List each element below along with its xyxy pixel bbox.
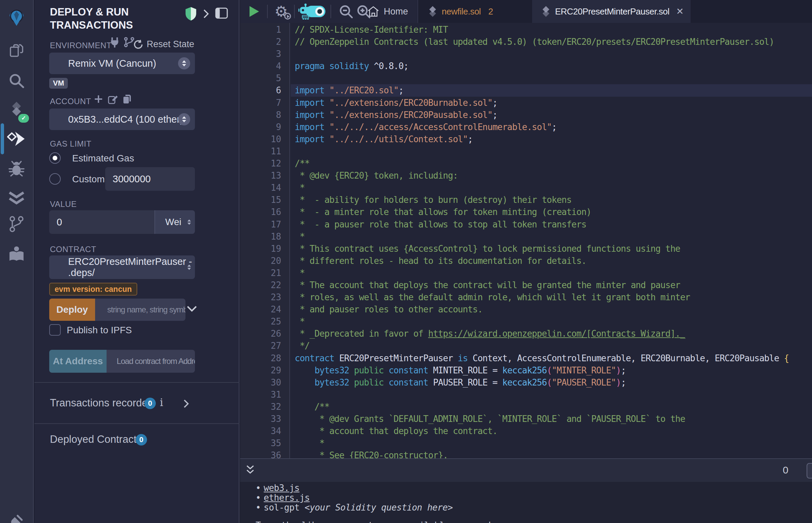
file-explorer-icon[interactable] (8, 43, 24, 58)
transactions-expand-icon[interactable] (183, 399, 190, 409)
terminal-listen-count: 0 (783, 464, 789, 476)
line-number: 1 (240, 23, 289, 36)
code-line: * account that deploys the contract. (291, 425, 812, 437)
solidity-compiler-icon[interactable]: ✓ (8, 101, 25, 119)
line-number: 12 (240, 157, 289, 169)
gutter: 1234567891011121314151617181920212223242… (240, 23, 290, 458)
select-stepper-icon (178, 57, 190, 69)
environment-value: Remix VM (Cancun) (68, 58, 156, 69)
tab-newfile-label: newfile.sol (442, 6, 481, 17)
contract-label: CONTRACT (50, 245, 96, 254)
static-analysis-icon[interactable] (8, 191, 25, 206)
plugin-manager-icon[interactable] (9, 513, 24, 523)
line-number: 17 (240, 218, 289, 231)
line-number: 21 (240, 267, 289, 279)
reset-icon (133, 39, 143, 50)
terminal-link[interactable]: ethers.js (264, 493, 310, 503)
terminal-header[interactable]: 0 (240, 458, 812, 482)
expand-chevron-icon[interactable] (202, 9, 210, 19)
zoom-out-icon[interactable] (338, 4, 353, 19)
line-number: 19 (240, 242, 289, 255)
custom-gas-value: 3000000 (113, 174, 151, 185)
code-line: * @dev {ERC20} token, including: (291, 169, 812, 182)
close-tab-icon[interactable]: ✕ (676, 6, 684, 17)
code-line: * (291, 437, 812, 449)
estimated-gas-label: Estimated Gas (72, 153, 134, 164)
plug-icon[interactable] (110, 37, 119, 48)
account-select[interactable]: 0x5B3...eddC4 (100 ether) (49, 109, 195, 130)
info-icon[interactable]: i (160, 396, 163, 409)
deploy-expand-chevron-icon[interactable] (186, 305, 198, 313)
deploy-button[interactable]: Deploy (49, 299, 95, 321)
deploy-args-input[interactable]: string name, string symbol (95, 299, 186, 321)
fork-state-icon[interactable] (124, 37, 134, 47)
line-number: 23 (240, 291, 289, 303)
evm-version-badge: evm version: cancun (49, 283, 137, 295)
code-line (291, 389, 812, 401)
terminal-entry: •web3.js (255, 483, 812, 493)
select-stepper-icon (178, 113, 190, 125)
estimated-gas-radio[interactable] (49, 152, 61, 164)
ai-copilot-toggle[interactable] (306, 6, 325, 17)
script-config-icon[interactable]: ⚙ (275, 4, 288, 19)
code-editor[interactable]: 1234567891011121314151617181920212223242… (240, 23, 812, 458)
code-line: * different roles - head to its document… (291, 255, 812, 267)
line-number: 29 (240, 364, 289, 376)
gas-limit-label: GAS LIMIT (50, 139, 91, 149)
line-number: 30 (240, 376, 289, 389)
compile-success-badge: ✓ (18, 114, 29, 123)
code-line: * - ability for holders to burn (destroy… (291, 194, 812, 206)
value-unit-select[interactable]: Wei (155, 210, 195, 234)
line-number: 6 (240, 84, 289, 96)
contract-select[interactable]: ERC20PresetMinterPauser - .deps/ (49, 255, 195, 279)
custom-gas-label: Custom (72, 174, 105, 185)
unit-stepper-icon (187, 218, 192, 226)
line-number: 7 (240, 97, 289, 109)
add-account-icon[interactable] (94, 94, 103, 104)
line-number: 14 (240, 182, 289, 194)
at-address-button[interactable]: At Address (49, 350, 107, 373)
code-line: * This contract uses {AccessControl} to … (291, 242, 812, 255)
line-number: 26 (240, 327, 289, 340)
value-label: VALUE (50, 199, 76, 209)
tab-newfile[interactable]: newfile.sol 2 (429, 0, 532, 23)
line-number: 22 (240, 279, 289, 291)
vm-badge: VM (49, 78, 68, 89)
tab-home[interactable]: Home (359, 0, 417, 23)
publish-ipfs-checkbox[interactable] (49, 324, 61, 336)
reset-state-button[interactable]: Reset State (133, 39, 194, 50)
line-number: 10 (240, 133, 289, 145)
terminal-link[interactable]: web3.js (264, 483, 299, 493)
code-line: /** (291, 157, 812, 169)
deploy-run-panel: DEPLOY & RUN TRANSACTIONS ENVIRONMENT Re… (34, 0, 240, 523)
line-number: 18 (240, 231, 289, 242)
line-number: 2 (240, 36, 289, 48)
line-number: 20 (240, 255, 289, 267)
code-line: * The account that deploys the contract … (291, 279, 812, 291)
at-address-input[interactable]: Load contract from Addres (107, 350, 195, 373)
deployed-count-badge: 0 (136, 434, 147, 446)
environment-select[interactable]: Remix VM (Cancun) (49, 53, 195, 74)
terminal-search-box[interactable] (807, 463, 812, 479)
search-icon[interactable] (8, 73, 24, 89)
line-number: 33 (240, 413, 289, 425)
code-line: import "../../../access/AccessControlEnu… (291, 121, 812, 133)
edit-account-icon[interactable] (108, 94, 118, 104)
tab-newfile-badge: 2 (488, 6, 493, 17)
code-line: * - a minter role that allows for token … (291, 206, 812, 218)
git-icon[interactable] (9, 216, 24, 233)
custom-gas-radio[interactable] (49, 173, 61, 185)
code-line: /** (291, 401, 812, 413)
run-script-button[interactable] (249, 6, 259, 17)
deploy-run-icon[interactable] (7, 131, 26, 147)
account-value: 0x5B3...eddC4 (100 ether) (68, 114, 183, 125)
tab-erc20presetminterpauser[interactable]: ERC20PresetMinterPauser.sol ✕ (532, 0, 691, 23)
learneth-icon[interactable] (8, 246, 25, 262)
pin-panel-icon[interactable] (215, 7, 228, 19)
collapse-terminal-icon[interactable] (246, 464, 255, 475)
copy-account-icon[interactable] (123, 94, 132, 104)
line-number: 24 (240, 303, 289, 315)
custom-gas-input[interactable]: 3000000 (105, 167, 195, 191)
debugger-icon[interactable] (8, 160, 24, 177)
value-input[interactable]: 0 (49, 210, 155, 234)
